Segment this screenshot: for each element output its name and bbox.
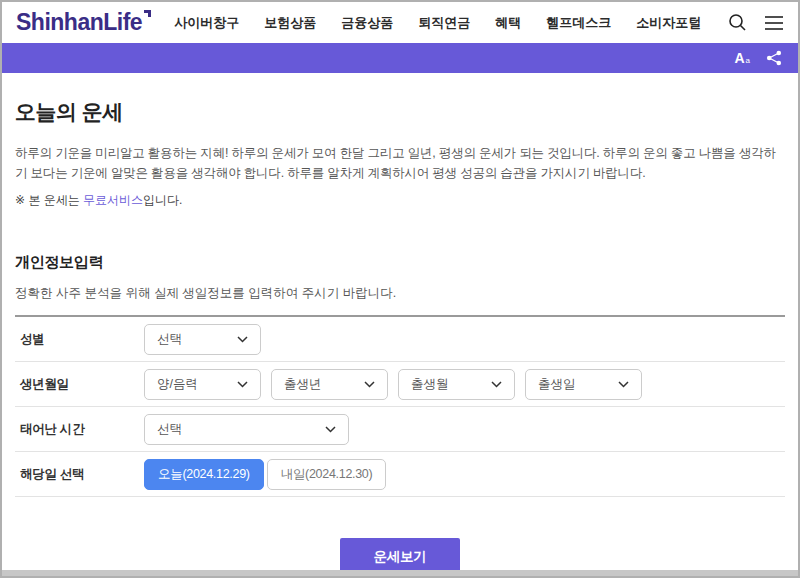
personal-info-section-title: 개인정보입력 bbox=[15, 253, 785, 272]
birth-date-row: 생년월일 양/음력 출생년 출생월 출생일 bbox=[15, 362, 785, 407]
target-day-field: 오늘(2024.12.29) 내일(2024.12.30) bbox=[144, 459, 386, 490]
birth-date-label: 생년월일 bbox=[15, 376, 144, 393]
logo-text: ShinhanLife bbox=[16, 9, 142, 36]
nav-item-benefits[interactable]: 혜택 bbox=[495, 14, 521, 32]
today-toggle-button[interactable]: 오늘(2024.12.29) bbox=[144, 459, 264, 490]
bottom-scrollbar[interactable] bbox=[2, 570, 798, 576]
page-description: 하루의 기운을 미리알고 활용하는 지혜! 하루의 운세가 모여 한달 그리고 … bbox=[15, 143, 785, 183]
note-prefix: ※ 본 운세는 bbox=[15, 193, 83, 207]
personal-info-form: 성별 선택 생년월일 양/음력 출생년 bbox=[15, 315, 785, 497]
utility-bar: A a bbox=[2, 43, 798, 73]
font-resize-icon[interactable]: A a bbox=[734, 51, 750, 65]
chevron-down-icon bbox=[364, 381, 375, 388]
chevron-down-icon bbox=[325, 426, 336, 433]
birth-time-select-value: 선택 bbox=[157, 421, 182, 438]
calendar-type-select-value: 양/음력 bbox=[157, 376, 198, 393]
birth-year-select-value: 출생년 bbox=[284, 376, 322, 393]
birth-month-select[interactable]: 출생월 bbox=[398, 369, 515, 400]
target-day-toggle-group: 오늘(2024.12.29) 내일(2024.12.30) bbox=[144, 459, 386, 490]
chevron-down-icon bbox=[618, 381, 629, 388]
gender-label: 성별 bbox=[15, 331, 144, 348]
gender-field: 선택 bbox=[144, 324, 261, 355]
note-highlight: 무료서비스 bbox=[83, 193, 143, 207]
logo-corner-icon bbox=[144, 10, 151, 17]
header-icons bbox=[728, 13, 784, 32]
font-resize-main: A bbox=[734, 51, 744, 65]
share-icon[interactable] bbox=[766, 50, 782, 66]
gender-select-value: 선택 bbox=[157, 331, 182, 348]
birth-day-select-value: 출생일 bbox=[538, 376, 576, 393]
birth-day-select[interactable]: 출생일 bbox=[525, 369, 642, 400]
birth-time-label: 태어난 시간 bbox=[15, 421, 144, 438]
personal-info-section-desc: 정확한 사주 분석을 위해 실제 생일정보를 입력하여 주시기 바랍니다. bbox=[15, 285, 785, 302]
page-title: 오늘의 운세 bbox=[15, 98, 785, 126]
free-service-note: ※ 본 운세는 무료서비스입니다. bbox=[15, 192, 785, 209]
nav-item-retirement-pension[interactable]: 퇴직연금 bbox=[418, 14, 470, 32]
birth-time-field: 선택 bbox=[144, 414, 349, 445]
nav-item-consumer-portal[interactable]: 소비자포털 bbox=[636, 14, 701, 32]
gender-row: 성별 선택 bbox=[15, 317, 785, 362]
note-suffix: 입니다. bbox=[143, 193, 182, 207]
birth-year-select[interactable]: 출생년 bbox=[271, 369, 388, 400]
birth-date-field: 양/음력 출생년 출생월 출생일 bbox=[144, 369, 642, 400]
calendar-type-select[interactable]: 양/음력 bbox=[144, 369, 261, 400]
birth-time-row: 태어난 시간 선택 bbox=[15, 407, 785, 452]
search-icon[interactable] bbox=[728, 13, 747, 32]
font-resize-sub: a bbox=[746, 57, 750, 65]
birth-month-select-value: 출생월 bbox=[411, 376, 449, 393]
main-nav: 사이버창구 보험상품 금융상품 퇴직연금 혜택 헬프데스크 소비자포털 bbox=[174, 14, 701, 32]
gender-select[interactable]: 선택 bbox=[144, 324, 261, 355]
nav-item-insurance-products[interactable]: 보험상품 bbox=[264, 14, 316, 32]
main-content: 오늘의 운세 하루의 기운을 미리알고 활용하는 지혜! 하루의 운세가 모여 … bbox=[2, 98, 798, 575]
shinhanlife-logo[interactable]: ShinhanLife bbox=[16, 9, 151, 36]
target-day-label: 해당일 선택 bbox=[15, 466, 144, 483]
header: ShinhanLife 사이버창구 보험상품 금융상품 퇴직연금 혜택 헬프데스… bbox=[2, 2, 798, 43]
nav-item-helpdesk[interactable]: 헬프데스크 bbox=[546, 14, 611, 32]
tomorrow-toggle-button[interactable]: 내일(2024.12.30) bbox=[267, 459, 387, 490]
chevron-down-icon bbox=[237, 381, 248, 388]
nav-item-cyber-branch[interactable]: 사이버창구 bbox=[174, 14, 239, 32]
page: ShinhanLife 사이버창구 보험상품 금융상품 퇴직연금 혜택 헬프데스… bbox=[0, 0, 800, 578]
chevron-down-icon bbox=[237, 336, 248, 343]
target-day-row: 해당일 선택 오늘(2024.12.29) 내일(2024.12.30) bbox=[15, 452, 785, 497]
birth-time-select[interactable]: 선택 bbox=[144, 414, 349, 445]
menu-icon[interactable] bbox=[764, 15, 784, 31]
nav-item-financial-products[interactable]: 금융상품 bbox=[341, 14, 393, 32]
chevron-down-icon bbox=[491, 381, 502, 388]
